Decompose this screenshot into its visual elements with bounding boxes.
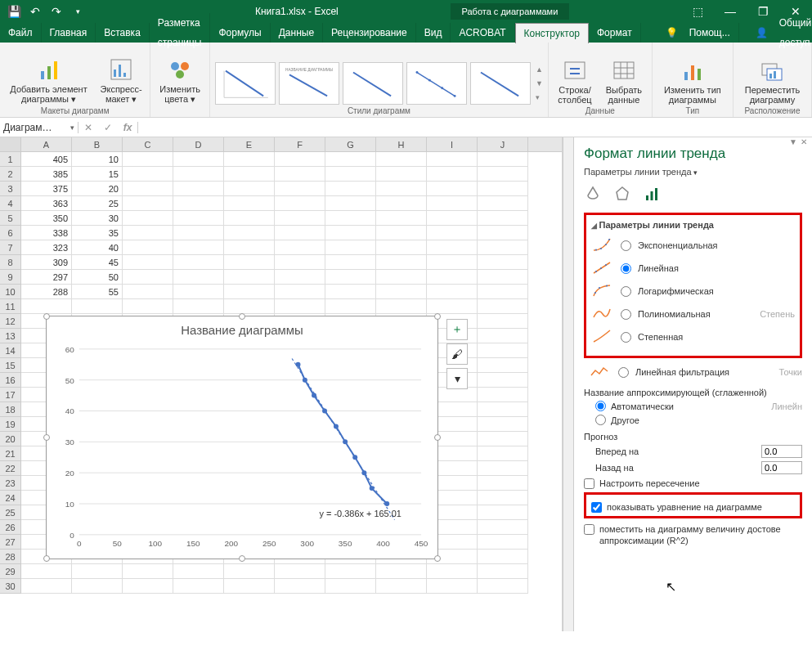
tab-file[interactable]: Файл xyxy=(0,23,42,43)
cancel-icon[interactable]: ✕ xyxy=(79,122,98,133)
select-all-corner[interactable] xyxy=(0,137,21,151)
cell[interactable] xyxy=(123,196,173,211)
cell[interactable] xyxy=(123,167,173,182)
cell[interactable] xyxy=(173,240,224,255)
cell[interactable] xyxy=(427,270,478,285)
row-header[interactable]: 20 xyxy=(0,432,21,446)
cell[interactable] xyxy=(478,432,528,446)
cell[interactable] xyxy=(478,520,528,535)
cell[interactable] xyxy=(427,299,478,314)
row-header[interactable]: 13 xyxy=(0,329,21,343)
column-header[interactable]: B xyxy=(72,137,123,151)
cell[interactable] xyxy=(275,285,325,299)
vertical-scrollbar[interactable] xyxy=(563,137,574,631)
row-header[interactable]: 15 xyxy=(0,358,21,373)
cell[interactable] xyxy=(173,182,224,196)
cell[interactable] xyxy=(427,152,478,167)
show-equation-checkbox[interactable] xyxy=(591,502,602,513)
cell[interactable]: 288 xyxy=(21,285,72,299)
tab-data[interactable]: Данные xyxy=(271,23,323,43)
cell[interactable] xyxy=(427,211,478,226)
cell[interactable] xyxy=(224,285,275,299)
cell[interactable] xyxy=(376,182,427,196)
cell[interactable] xyxy=(123,299,173,314)
cell[interactable] xyxy=(325,285,376,299)
redo-icon[interactable]: ↷ xyxy=(47,2,65,20)
cell[interactable] xyxy=(478,564,528,579)
add-chart-element-button[interactable]: Добавить элемент диаграммы ▾ xyxy=(5,56,92,105)
cell[interactable] xyxy=(224,240,275,255)
cell[interactable] xyxy=(275,270,325,285)
row-header[interactable]: 11 xyxy=(0,299,21,314)
cell[interactable] xyxy=(478,446,528,461)
cell[interactable] xyxy=(72,579,123,594)
cell[interactable] xyxy=(325,211,376,226)
cell[interactable] xyxy=(478,255,528,270)
cell[interactable]: 20 xyxy=(72,182,123,196)
column-header[interactable]: F xyxy=(275,137,325,151)
cell[interactable] xyxy=(478,402,528,417)
effects-icon[interactable] xyxy=(613,185,631,203)
cell[interactable]: 375 xyxy=(21,182,72,196)
column-header[interactable]: A xyxy=(21,137,72,151)
chevron-down-icon[interactable]: ▾ xyxy=(70,123,74,132)
cell[interactable] xyxy=(123,270,173,285)
tab-format[interactable]: Формат xyxy=(589,23,641,43)
cell[interactable] xyxy=(478,343,528,358)
cell[interactable] xyxy=(478,373,528,388)
cell[interactable] xyxy=(325,579,376,594)
chart-plus-button[interactable]: ＋ xyxy=(446,319,468,340)
cell[interactable] xyxy=(427,182,478,196)
cell[interactable] xyxy=(427,564,478,579)
cell[interactable] xyxy=(173,285,224,299)
cell[interactable]: 35 xyxy=(72,226,123,240)
cell[interactable] xyxy=(173,167,224,182)
cell[interactable]: 363 xyxy=(21,196,72,211)
cell[interactable]: 50 xyxy=(72,270,123,285)
style-thumb-4[interactable] xyxy=(406,62,467,105)
cell[interactable] xyxy=(478,491,528,505)
chart-styles-gallery[interactable]: НАЗВАНИЕ ДИАГРАММЫ ▲ ▼ ▾ xyxy=(215,62,543,105)
row-header[interactable]: 9 xyxy=(0,270,21,285)
cell[interactable] xyxy=(478,196,528,211)
cell[interactable] xyxy=(376,167,427,182)
other-radio[interactable] xyxy=(595,415,606,425)
qat-dropdown-icon[interactable]: ▾ xyxy=(69,2,87,20)
row-header[interactable]: 24 xyxy=(0,491,21,505)
cell[interactable] xyxy=(376,196,427,211)
enter-icon[interactable]: ✓ xyxy=(98,122,118,133)
gallery-more-icon[interactable]: ▾ xyxy=(536,93,543,101)
cell[interactable] xyxy=(376,579,427,594)
cell[interactable] xyxy=(224,152,275,167)
cell[interactable]: 350 xyxy=(21,211,72,226)
pane-close-icon[interactable]: ✕ xyxy=(801,137,807,146)
cell[interactable]: 40 xyxy=(72,240,123,255)
switch-row-col-button[interactable]: Строка/столбец xyxy=(554,57,596,105)
column-header[interactable]: C xyxy=(123,137,173,151)
cell[interactable] xyxy=(427,226,478,240)
cell[interactable] xyxy=(173,579,224,594)
row-header[interactable]: 17 xyxy=(0,388,21,402)
backward-input[interactable] xyxy=(761,461,802,474)
cell[interactable] xyxy=(173,152,224,167)
cell[interactable] xyxy=(478,505,528,520)
undo-icon[interactable]: ↶ xyxy=(26,2,44,20)
row-header[interactable]: 8 xyxy=(0,255,21,270)
cell[interactable] xyxy=(478,182,528,196)
cell[interactable]: 385 xyxy=(21,167,72,182)
cell[interactable]: 10 xyxy=(72,152,123,167)
quick-layout-button[interactable]: Экспресс-макет ▾ xyxy=(97,56,145,105)
cell[interactable] xyxy=(478,388,528,402)
cell[interactable] xyxy=(224,564,275,579)
cell[interactable] xyxy=(478,270,528,285)
cell[interactable] xyxy=(275,579,325,594)
cell[interactable] xyxy=(325,564,376,579)
cell[interactable] xyxy=(427,240,478,255)
row-header[interactable]: 26 xyxy=(0,520,21,535)
row-header[interactable]: 3 xyxy=(0,182,21,196)
cell[interactable] xyxy=(275,240,325,255)
cell[interactable] xyxy=(427,196,478,211)
ribbon-options-icon[interactable]: ⬚ xyxy=(681,0,714,23)
cell[interactable]: 323 xyxy=(21,240,72,255)
row-header[interactable]: 6 xyxy=(0,226,21,240)
